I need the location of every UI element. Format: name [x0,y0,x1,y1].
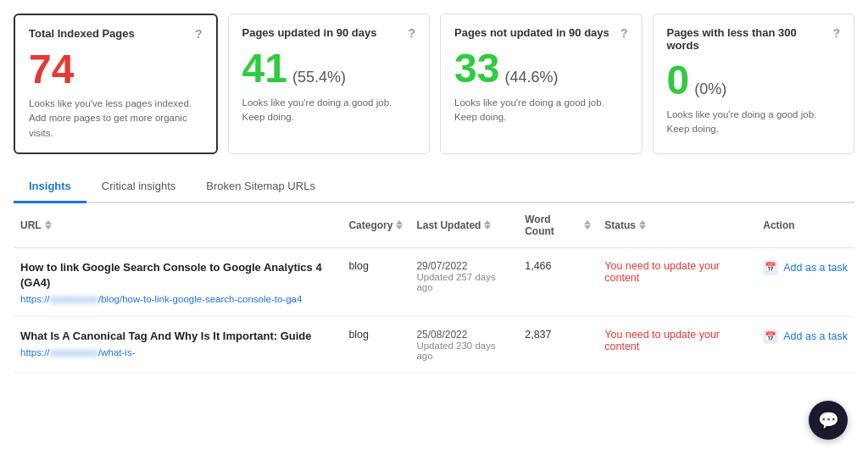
stat-card-2: Pages not updated in 90 days?33 (44.6%)L… [440,14,643,154]
page-wrapper: Total Indexed Pages?74Looks like you've … [0,0,868,460]
stat-title-text-2: Pages not updated in 90 days [454,26,609,39]
row-link-1[interactable]: https://xxxxxxxxxx/what-is- [20,347,335,357]
th-label-0: URL [20,219,42,231]
help-icon-3[interactable]: ? [832,26,840,40]
th-status[interactable]: Status [598,203,756,248]
stat-desc-0: Looks like you've less pages indexed. Ad… [29,97,203,141]
update-ago-0: Updated 257 days ago [416,272,511,292]
table-row-0: How to link Google Search Console to Goo… [14,247,854,316]
th-last-updated[interactable]: Last Updated [409,203,518,248]
td-category-1: blog [342,317,409,374]
sort-icon-4 [639,220,646,230]
stat-card-title-3: Pages with less than 300 words? [667,26,841,52]
td-wordcount-1: 2,837 [518,317,598,374]
add-task-button-1[interactable]: 📅Add as a task [763,329,848,344]
stat-percent-3: (0%) [694,80,726,98]
calendar-icon-1: 📅 [763,329,778,344]
th-label-1: Category [348,219,392,231]
stat-desc-3: Looks like you're doing a good job. Keep… [667,108,841,137]
th-label-2: Last Updated [416,219,481,231]
td-action-0: 📅Add as a task [756,247,854,316]
tab-insights[interactable]: Insights [14,171,86,203]
stat-card-title-1: Pages updated in 90 days? [242,26,416,40]
update-ago-1: Updated 230 days ago [416,341,511,361]
stat-number-1: 41 [242,48,287,89]
td-wordcount-0: 1,466 [518,247,598,316]
row-link-0[interactable]: https://xxxxxxxxxx/blog/how-to-link-goog… [20,294,335,304]
stat-percent-2: (44.6%) [504,69,558,86]
tabs-row: InsightsCritical insightsBroken Sitemap … [14,171,854,203]
th-label-3: Word Count [525,213,581,237]
tab-critical-insights[interactable]: Critical insights [86,171,191,203]
stat-number-row-2: 33 (44.6%) [454,48,628,96]
td-category-0: blog [342,247,409,316]
sort-icon-3 [584,220,591,230]
stat-number-row-3: 0 (0%) [667,60,841,108]
td-action-1: 📅Add as a task [756,317,854,374]
td-last-updated-0: 29/07/2022Updated 257 days ago [409,247,518,316]
action-label-0: Add as a task [783,262,848,274]
help-icon-0[interactable]: ? [195,27,203,41]
stat-card-0: Total Indexed Pages?74Looks like you've … [14,14,218,154]
td-url-1: What Is A Canonical Tag And Why Is It Im… [14,317,342,374]
stat-desc-2: Looks like you're doing a good job. Keep… [454,96,628,125]
td-url-0: How to link Google Search Console to Goo… [14,247,342,316]
table-wrapper: URLCategoryLast UpdatedWord CountStatusA… [14,203,854,374]
action-label-1: Add as a task [783,330,848,342]
help-icon-2[interactable]: ? [620,26,628,40]
help-icon-1[interactable]: ? [408,26,415,40]
stat-desc-1: Looks like you're doing a good job. Keep… [242,96,416,125]
stat-percent-1: (55.4%) [292,69,346,86]
add-task-button-0[interactable]: 📅Add as a task [763,260,848,275]
table-body: How to link Google Search Console to Goo… [14,247,854,373]
table-header-row: URLCategoryLast UpdatedWord CountStatusA… [14,203,854,248]
table-row-1: What Is A Canonical Tag And Why Is It Im… [14,317,854,374]
stat-title-text-0: Total Indexed Pages [29,27,135,40]
th-word-count[interactable]: Word Count [518,203,598,248]
th-url[interactable]: URL [14,203,342,248]
tab-broken-sitemap-urls[interactable]: Broken Sitemap URLs [191,171,331,203]
th-category[interactable]: Category [342,203,409,248]
status-badge-0: You need to update your content [604,260,720,284]
stat-title-text-3: Pages with less than 300 words [667,26,830,52]
status-badge-1: You need to update your content [604,329,720,352]
row-title-1: What Is A Canonical Tag And Why Is It Im… [20,329,335,344]
stat-card-1: Pages updated in 90 days?41 (55.4%)Looks… [228,14,431,154]
th-label-4: Status [604,219,636,231]
stat-number-row-1: 41 (55.4%) [242,48,416,96]
sort-icon-0 [45,220,52,230]
stat-number-row-0: 74 [29,49,203,97]
stat-number-3: 0 [667,60,690,101]
sort-icon-1 [396,220,403,230]
stats-row: Total Indexed Pages?74Looks like you've … [14,14,854,154]
calendar-icon-0: 📅 [763,260,778,275]
chat-bubble[interactable]: 💬 [809,401,848,440]
update-date-1: 25/08/2022 [416,329,511,341]
row-title-0: How to link Google Search Console to Goo… [20,260,335,291]
td-last-updated-1: 25/08/2022Updated 230 days ago [409,317,518,374]
stat-number-2: 33 [454,48,499,89]
td-status-0: You need to update your content [598,247,756,316]
th-action: Action [756,203,854,248]
update-date-0: 29/07/2022 [416,260,511,272]
insights-table: URLCategoryLast UpdatedWord CountStatusA… [14,203,854,374]
stat-card-title-0: Total Indexed Pages? [29,27,203,41]
chat-icon: 💬 [818,410,839,430]
td-status-1: You need to update your content [598,317,756,374]
stat-card-3: Pages with less than 300 words?0 (0%)Loo… [653,14,855,154]
stat-title-text-1: Pages updated in 90 days [242,26,377,39]
sort-icon-2 [484,220,491,230]
table-head: URLCategoryLast UpdatedWord CountStatusA… [14,203,854,248]
stat-number-0: 74 [29,49,74,90]
stat-card-title-2: Pages not updated in 90 days? [454,26,628,40]
